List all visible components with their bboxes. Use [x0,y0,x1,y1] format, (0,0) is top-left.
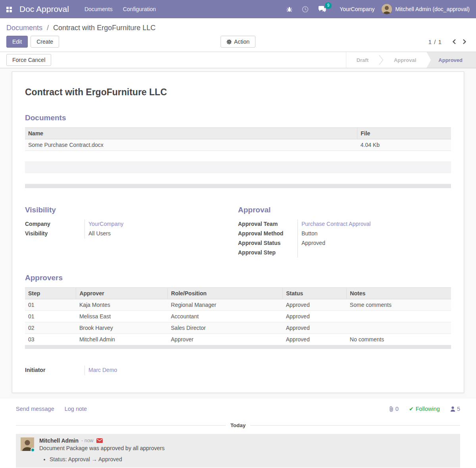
attachment-count: 0 [395,406,399,412]
approval-status-value: Approved [298,239,451,248]
stage-draft[interactable]: Draft [346,52,379,68]
approver-status: Approved [283,310,347,322]
top-navbar: Doc Approval Documents Configuration 9 Y… [0,0,476,18]
online-status-dot [31,448,35,452]
initiator-label: Initiator [25,366,84,375]
debug-bug-icon[interactable] [282,6,297,12]
company-label: Company [25,220,84,229]
approvers-col-notes[interactable]: Notes [347,287,451,299]
approvers-col-approver[interactable]: Approver [76,287,168,299]
chatter: Send message Log note 0 ✔ Following 5 [0,399,476,468]
approver-row[interactable]: 03 Mitchell Admin Approver Approved No c… [25,333,451,345]
approvers-section-heading: Approvers [25,273,451,282]
documents-table: Name File Some Purchase Contract.docx 4.… [25,127,451,188]
approvers-col-status[interactable]: Status [283,287,347,299]
approver-step: 01 [25,299,76,310]
approver-row[interactable]: 02 Brook Harvey Sales Director Approved [25,322,451,333]
approvers-col-role[interactable]: Role/Position [168,287,283,299]
approver-status: Approved [283,299,347,310]
followers-counter[interactable]: 5 [450,406,460,412]
approver-step: 03 [25,333,76,345]
approval-status-field: Approval Status Approved [238,239,451,248]
initiator-value-link[interactable]: Marc Demo [88,367,117,373]
document-name[interactable]: Some Purchase Contract.docx [25,139,357,151]
stage-chevron-icon [379,52,384,68]
status-pipeline: Draft Approval Approved [346,52,476,68]
table-footer-strip [25,345,451,349]
message-text: Document Package was approved by all app… [39,445,455,451]
pager-next-icon[interactable] [459,37,470,46]
company-value-link[interactable]: YourCompany [88,221,123,227]
approval-status-label: Approval Status [238,239,298,248]
form-view: Contract with ErgoFurniture LLC Document… [0,68,476,399]
approver-role: Accountant [168,310,283,322]
user-name: Mitchell Admin (doc_approval) [395,6,470,12]
gear-icon [226,39,232,44]
menu-configuration[interactable]: Configuration [118,0,161,18]
approver-name: Mitchell Admin [76,333,168,345]
approver-role: Sales Director [168,322,283,333]
date-divider-label: Today [230,422,246,428]
approver-status: Approved [283,333,347,345]
messages-icon[interactable]: 9 [313,6,331,12]
create-button[interactable]: Create [31,36,59,48]
visibility-value: All Users [84,229,238,239]
menu-documents[interactable]: Documents [79,0,118,18]
following-button[interactable]: ✔ Following [409,406,440,412]
approver-row[interactable]: 01 Kaja Montes Regional Manager Approved… [25,299,451,310]
approver-notes [347,322,451,333]
app-title[interactable]: Doc Approval [19,4,69,14]
approver-notes [347,310,451,322]
document-row[interactable]: Some Purchase Contract.docx 4.04 Kb [25,139,451,151]
documents-col-file[interactable]: File [357,128,451,139]
pager-previous-icon[interactable] [449,37,459,46]
approver-notes: Some comments [347,299,451,310]
approver-role: Regional Manager [168,299,283,310]
approver-name: Melissa East [76,310,168,322]
control-panel: Documents / Contract with ErgoFurniture … [0,18,476,52]
documents-col-name[interactable]: Name [25,128,357,139]
breadcrumb-current: Contract with ErgoFurniture LLC [53,24,155,32]
approval-team-value-link[interactable]: Purchase Contract Approval [301,221,370,227]
stage-approved[interactable]: Approved [426,52,476,68]
log-note-button[interactable]: Log note [65,406,87,412]
approver-step: 01 [25,310,76,322]
approvers-col-step[interactable]: Step [25,287,76,299]
approval-section-heading: Approval [238,206,451,214]
message-timestamp: - now [81,438,94,443]
documents-section-heading: Documents [25,114,451,122]
form-sheet: Contract with ErgoFurniture LLC Document… [12,71,464,393]
date-divider: Today [16,422,460,428]
follower-count: 5 [457,406,460,412]
user-menu[interactable]: Mitchell Admin (doc_approval) [382,4,470,14]
paperclip-icon [389,406,394,412]
empty-row [25,162,451,173]
action-button-label: Action [234,39,250,45]
company-switcher[interactable]: YourCompany [331,6,382,12]
empty-row [25,173,451,184]
apps-menu-icon[interactable] [6,7,12,12]
approver-row[interactable]: 01 Melissa East Accountant Approved [25,310,451,322]
send-message-button[interactable]: Send message [16,406,54,412]
stage-approval[interactable]: Approval [384,52,426,68]
pager-count: 1 / 1 [428,39,442,45]
attachments-counter[interactable]: 0 [389,406,399,412]
approver-status: Approved [283,322,347,333]
approval-step-field: Approval Step [238,248,451,258]
activities-clock-icon[interactable] [297,6,313,13]
message-author[interactable]: Mitchell Admin [39,437,79,444]
company-field: Company YourCompany [25,220,238,229]
breadcrumb-documents[interactable]: Documents [6,24,42,32]
approval-method-field: Approval Method Button [238,229,451,239]
approver-name: Kaja Montes [76,299,168,310]
following-label: Following [416,406,440,412]
tracking-value: Status: Approval → Approved [50,456,455,462]
action-button[interactable]: Action [221,36,255,48]
edit-button[interactable]: Edit [6,36,28,48]
pager: 1 / 1 [428,37,470,46]
form-statusbar: Force Cancel Draft Approval Approved [0,52,476,68]
force-cancel-button[interactable]: Force Cancel [6,54,51,66]
approver-role: Approver [168,333,283,345]
visibility-field: Visibility All Users [25,229,238,239]
approval-method-value: Button [298,229,451,239]
